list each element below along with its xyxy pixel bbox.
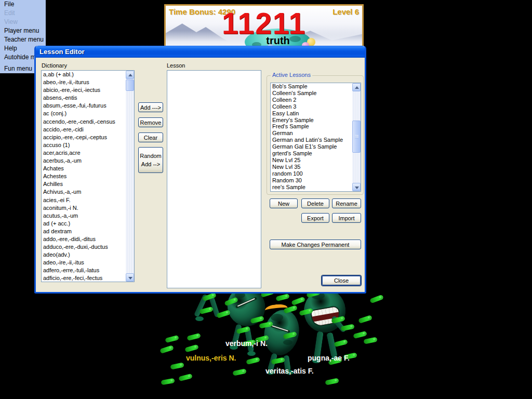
rename-button[interactable]: Rename bbox=[332, 198, 361, 208]
dictionary-item[interactable]: ad (+ acc.) bbox=[42, 220, 125, 228]
close-button[interactable]: Close bbox=[322, 275, 361, 286]
dictionary-item[interactable]: Achates bbox=[42, 165, 125, 172]
dictionary-items: a,ab (+ abl.)abeo,-ire,-ii,-iturusabicio… bbox=[42, 71, 125, 282]
active-lesson-item[interactable]: New Lvl 35 bbox=[271, 164, 352, 170]
dictionary-item[interactable]: addo,-ere,-didi,-ditus bbox=[42, 235, 125, 243]
slug-creature bbox=[246, 357, 260, 365]
game-screen: verbum,-i N.vulnus,-eris N.pugna,-ae F.v… bbox=[0, 0, 532, 399]
dictionary-item[interactable]: abeo,-ire,-ii,-iturus bbox=[42, 78, 125, 86]
active-lesson-item[interactable]: Colleen 3 bbox=[271, 103, 352, 110]
dictionary-item[interactable]: accipio,-ere,-cepi,-ceptus bbox=[42, 134, 125, 141]
menu-item-teacher-menu[interactable]: Teacher menu bbox=[0, 35, 46, 44]
scroll-down-button[interactable] bbox=[352, 183, 361, 191]
dictionary-item[interactable]: aconitum,-i N. bbox=[42, 204, 125, 212]
active-lesson-item[interactable]: Random 30 bbox=[271, 177, 352, 184]
dictionary-label: Dictionary bbox=[42, 62, 67, 69]
active-lesson-item[interactable]: grterd's Sample bbox=[271, 150, 352, 157]
dictionary-item[interactable]: absum,-esse,-fui,-futurus bbox=[42, 102, 125, 110]
active-lesson-item[interactable]: ree's Sample bbox=[271, 184, 352, 191]
active-lesson-item[interactable]: Bob's Sample bbox=[271, 83, 352, 90]
active-lesson-item[interactable]: New Lvl 25 bbox=[271, 157, 352, 164]
menu-item-view: View bbox=[0, 18, 46, 26]
dictionary-item[interactable]: ad dextram bbox=[42, 228, 125, 235]
slug-creature bbox=[353, 331, 367, 339]
active-lesson-item[interactable]: Colleen's Sample bbox=[271, 90, 352, 97]
dictionary-item[interactable]: accendo,-ere,-cendi,-census bbox=[42, 118, 125, 126]
delete-button[interactable]: Delete bbox=[301, 198, 329, 208]
slug-creature bbox=[165, 335, 179, 343]
slug-creature bbox=[187, 333, 201, 341]
active-lesson-item[interactable]: Fred's Sample bbox=[271, 123, 352, 130]
remove-button[interactable]: Remove bbox=[138, 117, 163, 127]
dictionary-item[interactable]: adficio,-ere,-feci,-fectus bbox=[42, 274, 125, 282]
dictionary-item[interactable]: acerbus,-a,-um bbox=[42, 157, 125, 165]
active-lesson-item[interactable]: German bbox=[271, 130, 352, 137]
new-button[interactable]: New bbox=[270, 198, 298, 208]
word-label: pugna,-ae F. bbox=[308, 354, 350, 362]
scrollbar-thumb[interactable] bbox=[126, 79, 134, 91]
slug-creature bbox=[369, 295, 384, 303]
clear-button[interactable]: Clear bbox=[138, 132, 163, 142]
dictionary-item[interactable]: accuso (1) bbox=[42, 141, 125, 149]
lesson-listbox[interactable] bbox=[167, 70, 261, 288]
dictionary-item[interactable]: adfero,-erre,-tuli,-latus bbox=[42, 267, 125, 274]
active-lessons-scrollbar[interactable] bbox=[352, 83, 361, 191]
menu-item-edit: Edit bbox=[0, 9, 46, 18]
active-lesson-item[interactable]: Easy Latin bbox=[271, 110, 352, 117]
dictionary-item[interactable]: Achivus,-a,-um bbox=[42, 188, 125, 196]
lesson-editor-dialog: Lesson Editor Dictionary a,ab (+ abl.)ab… bbox=[34, 46, 366, 294]
dictionary-item[interactable]: adduco,-ere,-duxi,-ductus bbox=[42, 243, 125, 251]
scroll-down-button[interactable] bbox=[126, 273, 134, 282]
random-add-label-2: Add --> bbox=[141, 160, 160, 168]
import-button[interactable]: Import bbox=[332, 213, 361, 223]
scroll-up-button[interactable] bbox=[352, 83, 361, 91]
dictionary-listbox[interactable]: a,ab (+ abl.)abeo,-ire,-ii,-iturusabicio… bbox=[41, 70, 135, 282]
word-label: veritas,-atis F. bbox=[265, 367, 314, 375]
dictionary-item[interactable]: adeo,-ire,-ii,-itus bbox=[42, 259, 125, 267]
dictionary-item[interactable]: accido,-ere,-cidi bbox=[42, 126, 125, 134]
active-lessons-items: Bob's SampleColleen's SampleColleen 2Col… bbox=[271, 83, 352, 191]
slug-creature bbox=[170, 362, 184, 369]
slug-creature bbox=[232, 368, 246, 376]
active-lessons-label: Active Lessons bbox=[271, 72, 312, 78]
dictionary-item[interactable]: Achilles bbox=[42, 180, 125, 188]
slug-creature bbox=[275, 294, 289, 301]
scroll-up-button[interactable] bbox=[126, 71, 134, 79]
dictionary-item[interactable]: acer,acris,acre bbox=[42, 149, 125, 157]
dictionary-item[interactable]: Achestes bbox=[42, 172, 125, 180]
word-label: verbum,-i N. bbox=[225, 339, 268, 348]
dictionary-scrollbar[interactable] bbox=[126, 71, 134, 282]
active-lesson-item[interactable]: random 100 bbox=[271, 170, 352, 177]
active-lessons-group: Active Lessons Bob's SampleColleen's Sam… bbox=[267, 75, 364, 195]
dictionary-item[interactable]: ac (conj.) bbox=[42, 110, 125, 117]
dialog-titlebar[interactable]: Lesson Editor bbox=[36, 46, 365, 58]
export-button[interactable]: Export bbox=[301, 213, 329, 223]
menu-item-player-menu[interactable]: Player menu bbox=[0, 26, 46, 35]
active-lesson-item[interactable]: German Gal E1's Sample bbox=[271, 143, 352, 150]
dictionary-item[interactable]: adeo(adv.) bbox=[42, 251, 125, 259]
slug-creature bbox=[178, 374, 192, 381]
active-lesson-item[interactable]: German and Latin's Sample bbox=[271, 137, 352, 143]
active-lesson-item[interactable]: Colleen 2 bbox=[271, 97, 352, 103]
score-value: 11211 bbox=[166, 9, 362, 38]
active-lessons-listbox[interactable]: Bob's SampleColleen's SampleColleen 2Col… bbox=[270, 83, 361, 192]
add-button[interactable]: Add ---> bbox=[138, 102, 163, 112]
menu-item-file[interactable]: File bbox=[0, 0, 46, 9]
slug-creature bbox=[291, 297, 305, 305]
active-lesson-item[interactable]: Emery's Sample bbox=[271, 117, 352, 124]
slug-creature bbox=[334, 339, 348, 347]
scrollbar-thumb[interactable] bbox=[352, 121, 361, 153]
slug-creature bbox=[325, 378, 339, 385]
dictionary-item[interactable]: acies,-ei F. bbox=[42, 196, 125, 204]
dictionary-item[interactable]: absens,-entis bbox=[42, 94, 125, 102]
dictionary-item[interactable]: a,ab (+ abl.) bbox=[42, 71, 125, 78]
random-add-button[interactable]: Random Add --> bbox=[138, 147, 163, 173]
dictionary-item[interactable]: abicio,-ere,-ieci,-iectus bbox=[42, 86, 125, 94]
word-label: vulnus,-eris N. bbox=[186, 354, 236, 362]
slug-creature bbox=[358, 315, 373, 324]
slug-creature bbox=[161, 378, 175, 385]
lesson-label: Lesson bbox=[167, 62, 185, 69]
dictionary-item[interactable]: acutus,-a,-um bbox=[42, 212, 125, 220]
balloon-word: truth bbox=[245, 35, 311, 47]
make-changes-permanent-button[interactable]: Make Changes Permanent bbox=[270, 240, 361, 249]
